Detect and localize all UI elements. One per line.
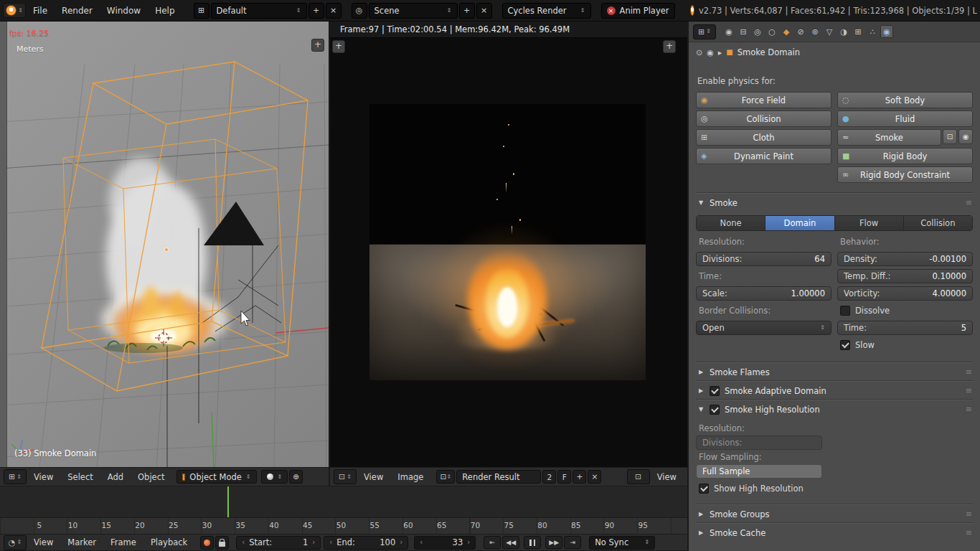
smoke-button[interactable]: ≈Smoke [837, 129, 941, 146]
pin-icon[interactable]: ⊙ [696, 49, 702, 57]
image-users-button[interactable]: 2 [542, 470, 556, 484]
auto-keyframe-button[interactable] [200, 536, 214, 550]
temp-diff-slider[interactable]: Temp. Diff.: 0.10000 [837, 269, 973, 283]
smoke-groups-panel-header[interactable]: ▶ Smoke Groups ≡ [696, 504, 973, 523]
object-mode-select[interactable]: Object Mode ⇕ [176, 470, 257, 484]
scale-slider[interactable]: Scale: 1.00000 [696, 286, 831, 301]
image-editor[interactable]: Frame:97 | Time:02:00.54 | Mem:96.42M, P… [329, 22, 687, 467]
adaptive-domain-checkbox[interactable] [710, 386, 720, 396]
smoke-extra-window-button[interactable]: ⊡ [943, 129, 957, 144]
current-frame-field[interactable]: ‹ 33 › [414, 536, 476, 550]
editor-type-info-button[interactable]: ⇕ [3, 3, 26, 18]
particles-icon[interactable]: ∴ [866, 25, 879, 38]
modifiers-icon[interactable]: ⊛ [809, 25, 821, 38]
unlink-image-button[interactable]: × [588, 470, 601, 484]
timeline-ruler[interactable]: 5101520253035404550556065707580859095 [0, 517, 687, 534]
material-icon[interactable]: ◑ [837, 25, 850, 38]
vorticity-slider[interactable]: Vorticity: 4.00000 [837, 286, 973, 301]
slow-checkbox-row[interactable]: Slow [837, 340, 973, 350]
constraints-icon[interactable]: ⊘ [794, 25, 807, 38]
current-frame-playhead[interactable] [227, 486, 229, 518]
texture-icon[interactable]: ⊞ [852, 25, 864, 38]
show-high-resolution-row[interactable]: Show High Resolution [696, 484, 973, 494]
fake-user-button[interactable]: F [557, 470, 571, 484]
smoke-extra-eye-button[interactable]: ◉ [958, 129, 973, 144]
rigid-body-button[interactable]: ■Rigid Body [837, 148, 973, 164]
increment-icon[interactable]: › [312, 539, 315, 546]
next-keyframe-button[interactable]: ▶▶ [545, 536, 562, 549]
timeline-editor-type-button[interactable]: ◔ ⇕ [4, 535, 27, 550]
density-slider[interactable]: Density: -0.00100 [837, 252, 973, 266]
image-editor-type-button[interactable]: ⊡ ⇕ [334, 469, 357, 484]
expand-properties-region-button[interactable]: + [663, 40, 676, 53]
hr-divisions-slider[interactable]: Divisions: [696, 435, 822, 450]
add-layout-button[interactable]: + [308, 3, 324, 19]
3d-view-editor-type-button[interactable]: ⊞ ⇕ [4, 469, 27, 484]
dissolve-time-slider[interactable]: Time: 5 [837, 321, 973, 335]
anim-player-button[interactable]: × Anim Player [601, 3, 675, 19]
panel-grip-icon[interactable]: ≡ [966, 405, 971, 413]
jump-to-start-button[interactable]: ⇤ [484, 536, 501, 549]
lock-button[interactable] [215, 536, 229, 550]
world-icon[interactable]: ○ [765, 25, 778, 38]
smoke-high-resolution-panel-header[interactable]: ▼ Smoke High Resolution ≡ [696, 400, 973, 418]
menu-file[interactable]: File [26, 6, 55, 16]
show-high-resolution-checkbox[interactable] [699, 484, 709, 494]
pivot-center-button[interactable]: ⊕ [289, 470, 303, 484]
screen-layout-field[interactable]: Default ⇕ [211, 3, 307, 19]
decrement-icon[interactable]: ‹ [329, 539, 332, 546]
border-collisions-select[interactable]: Open ⇕ [696, 321, 831, 335]
fluid-button[interactable]: ●Fluid [837, 110, 973, 127]
menu-render[interactable]: Render [55, 6, 100, 16]
menu-help[interactable]: Help [148, 6, 182, 16]
sync-mode-select[interactable]: No Sync ⇕ [589, 536, 655, 550]
pause-button[interactable] [524, 536, 541, 549]
smoke-adaptive-domain-panel-header[interactable]: ▶ Smoke Adaptive Domain ≡ [696, 381, 973, 400]
panel-grip-icon[interactable]: ≡ [966, 510, 971, 518]
panel-grip-icon[interactable]: ≡ [966, 387, 971, 395]
soft-body-button[interactable]: ◌Soft Body [837, 92, 973, 108]
browse-image-button[interactable]: ⊡ ⇕ [436, 470, 455, 484]
properties-editor-type-button[interactable]: ⊞ ⇕ [693, 24, 716, 39]
menu-image[interactable]: Image [390, 472, 430, 482]
dissolve-checkbox-row[interactable]: Dissolve [837, 306, 973, 316]
menu-select[interactable]: Select [60, 472, 100, 482]
physics-icon[interactable]: ◉ [880, 25, 893, 38]
increment-icon[interactable]: › [400, 539, 402, 546]
menu-playback[interactable]: Playback [143, 537, 194, 547]
menu-window[interactable]: Window [100, 6, 148, 16]
increment-icon[interactable]: › [467, 539, 470, 546]
scene-icon[interactable]: ◎ [751, 25, 764, 38]
smoke-flames-panel-header[interactable]: ▶ Smoke Flames ≡ [696, 362, 973, 381]
tab-collision[interactable]: Collision [904, 216, 972, 230]
dissolve-checkbox[interactable] [840, 306, 850, 316]
jump-to-end-button[interactable]: ⇥ [564, 536, 581, 549]
panel-grip-icon[interactable]: ≡ [966, 199, 971, 207]
scene-browse-button[interactable]: ◎ [352, 3, 367, 19]
new-image-button[interactable]: + [573, 470, 586, 484]
high-resolution-checkbox[interactable] [710, 405, 720, 415]
tab-domain[interactable]: Domain [765, 216, 834, 230]
render-engine-select[interactable]: Cycles Render ⇕ [502, 3, 591, 19]
smoke-cache-panel-header[interactable]: ▶ Smoke Cache ≡ [696, 523, 973, 542]
data-icon[interactable]: ▽ [823, 25, 836, 38]
properties-scroll-area[interactable]: Enable physics for: ◉Force Field◎Collisi… [689, 63, 980, 551]
expand-toolbar-region-button[interactable]: + [332, 40, 345, 53]
slow-checkbox[interactable] [840, 340, 850, 350]
divisions-slider[interactable]: Divisions: 64 [696, 252, 831, 266]
tool-shelf-collapsed[interactable] [0, 22, 7, 467]
decrement-icon[interactable]: ‹ [242, 539, 245, 546]
image-datablock-field[interactable]: Render Result [456, 470, 541, 484]
expand-properties-region-button[interactable]: + [311, 39, 324, 52]
menu-add[interactable]: Add [100, 472, 131, 482]
menu-frame[interactable]: Frame [103, 537, 143, 547]
3d-viewport[interactable]: fps: 16.25 Meters (33) Smoke Domain + [0, 22, 329, 467]
panel-grip-icon[interactable]: ≡ [966, 368, 971, 376]
scene-field[interactable]: Scene ⇕ [369, 3, 458, 19]
menu-view[interactable]: View [27, 537, 60, 547]
add-scene-button[interactable]: + [459, 3, 475, 19]
previous-keyframe-button[interactable]: ◀◀ [502, 536, 519, 549]
render-layers-icon[interactable]: ⊟ [737, 25, 750, 38]
dynamic-paint-button[interactable]: ◈Dynamic Paint [696, 148, 831, 164]
decrement-icon[interactable]: ‹ [420, 539, 423, 546]
